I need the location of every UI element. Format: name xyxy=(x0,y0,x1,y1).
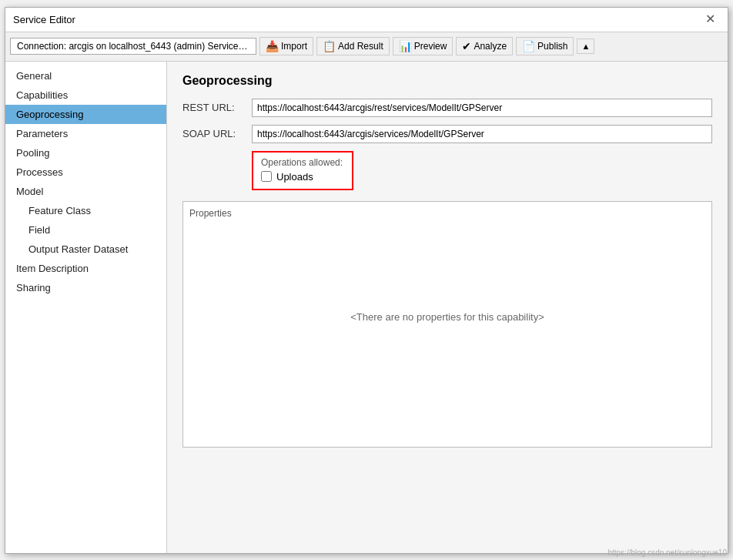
import-button[interactable]: 📥 Import xyxy=(259,37,313,55)
import-icon: 📥 xyxy=(266,40,279,52)
operations-allowed-label: Operations allowed: xyxy=(261,157,343,168)
properties-panel: Properties <There are no properties for … xyxy=(182,201,712,448)
analyze-button[interactable]: ✔ Analyze xyxy=(456,37,513,55)
sidebar-item-sharing[interactable]: Sharing xyxy=(5,278,166,297)
toolbar-arrow-button[interactable]: ▲ xyxy=(577,39,594,54)
main-area: General Capabilities Geoprocessing Param… xyxy=(5,62,728,553)
uploads-checkbox[interactable] xyxy=(261,171,272,182)
preview-icon: 📊 xyxy=(399,40,412,52)
title-bar: Service Editor ✕ xyxy=(5,8,728,32)
sidebar-item-geoprocessing[interactable]: Geoprocessing xyxy=(5,105,166,124)
publish-button[interactable]: 📄 Publish xyxy=(516,37,574,55)
sidebar-item-pooling[interactable]: Pooling xyxy=(5,143,166,163)
sidebar-item-item-description[interactable]: Item Description xyxy=(5,259,166,278)
uploads-label: Uploads xyxy=(276,171,313,183)
rest-url-label: REST URL: xyxy=(182,102,252,113)
window-title: Service Editor xyxy=(13,14,75,25)
add-result-label: Add Result xyxy=(338,41,383,52)
soap-url-row: SOAP URL: xyxy=(182,125,712,143)
sidebar-item-output-raster-dataset[interactable]: Output Raster Dataset xyxy=(5,240,166,259)
toolbar: Connection: arcgis on localhost_6443 (ad… xyxy=(5,32,728,62)
rest-url-input[interactable] xyxy=(252,99,712,117)
add-result-icon: 📋 xyxy=(323,40,336,52)
close-button[interactable]: ✕ xyxy=(701,12,720,27)
uploads-row: Uploads xyxy=(261,171,343,183)
preview-button[interactable]: 📊 Preview xyxy=(393,37,454,55)
sidebar-item-capabilities[interactable]: Capabilities xyxy=(5,86,166,105)
connection-label: Connection: arcgis on localhost_6443 (ad… xyxy=(10,38,256,55)
add-result-button[interactable]: 📋 Add Result xyxy=(316,37,390,55)
sidebar-item-model[interactable]: Model xyxy=(5,182,166,201)
sidebar-item-general[interactable]: General xyxy=(5,66,166,86)
analyze-label: Analyze xyxy=(474,41,507,52)
watermark: https://blog.csdn.net/sunlongxue10 xyxy=(607,548,727,553)
soap-url-label: SOAP URL: xyxy=(182,128,252,139)
analyze-icon: ✔ xyxy=(462,40,471,52)
service-editor-window: Service Editor ✕ Connection: arcgis on l… xyxy=(5,7,728,554)
operations-allowed-box: Operations allowed: Uploads xyxy=(252,151,353,190)
rest-url-row: REST URL: xyxy=(182,99,712,117)
page-title: Geoprocessing xyxy=(182,74,712,88)
sidebar-item-feature-class[interactable]: Feature Class xyxy=(5,201,166,220)
content-area: Geoprocessing REST URL: SOAP URL: Operat… xyxy=(167,62,728,553)
preview-label: Preview xyxy=(414,41,447,52)
properties-panel-title: Properties xyxy=(189,208,705,219)
sidebar: General Capabilities Geoprocessing Param… xyxy=(5,62,167,553)
sidebar-item-field[interactable]: Field xyxy=(5,220,166,240)
publish-icon: 📄 xyxy=(522,40,535,52)
import-label: Import xyxy=(281,41,307,52)
sidebar-item-processes[interactable]: Processes xyxy=(5,163,166,182)
sidebar-item-parameters[interactable]: Parameters xyxy=(5,124,166,143)
publish-label: Publish xyxy=(537,41,567,52)
no-properties-message: <There are no properties for this capabi… xyxy=(189,311,705,323)
soap-url-input[interactable] xyxy=(252,125,712,143)
